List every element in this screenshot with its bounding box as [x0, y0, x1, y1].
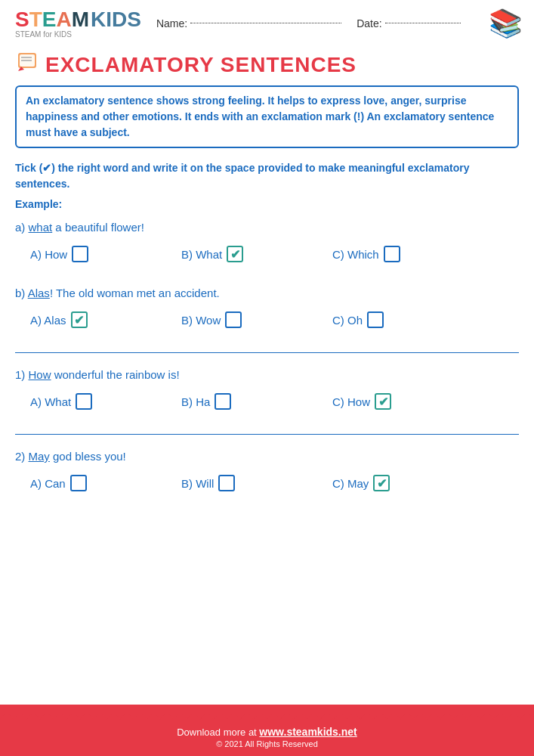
page-title: EXCLAMATORY SENTENCES: [45, 53, 357, 77]
pencil-icon: [15, 50, 39, 79]
name-field: Name:: [156, 17, 341, 29]
option-b-alas[interactable]: A) Alas ✔: [30, 311, 181, 328]
option-1-ha-label: B) Ha: [181, 395, 210, 408]
question-1-text: 1) How wonderful the rainbow is!: [15, 368, 519, 381]
question-b-sentence: ! The old woman met an accident.: [50, 287, 220, 299]
name-input-line: [190, 23, 341, 23]
question-2-sentence: god bless you!: [50, 450, 126, 463]
question-1-options: A) What B) Ha C) How ✔: [30, 393, 519, 410]
checkmark-icon: ✔: [378, 395, 388, 409]
option-1-ha-checkbox[interactable]: [215, 393, 231, 410]
option-1-what-checkbox[interactable]: [76, 393, 92, 410]
definition-text: An exclamatory sentence shows strong fee…: [26, 93, 508, 141]
option-b-oh[interactable]: C) Oh: [332, 311, 483, 328]
option-a-which[interactable]: C) Which: [332, 246, 483, 262]
logo-steam: STEAM: [15, 9, 89, 30]
question-a-answer: what: [29, 221, 53, 234]
question-a: a) what a beautiful flower! A) How B) Wh…: [0, 215, 534, 280]
option-2-can[interactable]: A) Can: [30, 475, 181, 491]
question-b: b) Alas! The old woman met an accident. …: [0, 280, 534, 346]
option-a-which-checkbox[interactable]: [384, 246, 400, 262]
option-2-will[interactable]: B) Will: [181, 475, 332, 491]
question-2-answer: May: [29, 450, 50, 463]
date-label: Date:: [357, 17, 381, 29]
title-section: EXCLAMATORY SENTENCES: [0, 46, 534, 85]
option-2-may-label: C) May: [332, 477, 369, 490]
footer: Download more at www.steamkids.net © 202…: [0, 705, 534, 756]
checkmark-icon: ✔: [377, 476, 387, 491]
logo: STEAM KIDS STEAM for KIDS: [15, 8, 141, 39]
question-1: 1) How wonderful the rainbow is! A) What…: [0, 362, 534, 428]
question-b-answer: Alas: [28, 287, 50, 299]
option-b-alas-label: A) Alas: [30, 314, 66, 327]
book-icon: 📚: [489, 8, 523, 39]
option-b-oh-label: C) Oh: [332, 314, 363, 327]
footer-website: www.steamkids.net: [259, 726, 357, 738]
option-a-what[interactable]: B) What ✔: [181, 246, 332, 262]
separator-2: [15, 434, 519, 435]
question-a-prefix: a): [15, 221, 29, 234]
option-b-wow[interactable]: B) Wow: [181, 311, 332, 328]
question-a-options: A) How B) What ✔ C) Which: [30, 246, 519, 262]
date-input-line: [385, 23, 461, 23]
instructions: Tick (✔) the right word and write it on …: [0, 156, 534, 197]
example-label: Example:: [0, 197, 534, 215]
option-1-how[interactable]: C) How ✔: [332, 393, 483, 410]
checkmark-icon: ✔: [74, 313, 84, 327]
option-1-what[interactable]: A) What: [30, 393, 181, 410]
question-1-sentence: wonderful the rainbow is!: [51, 368, 180, 381]
option-2-will-label: B) Will: [181, 477, 214, 490]
option-b-oh-checkbox[interactable]: [367, 311, 384, 328]
instructions-text: Tick (✔) the right word and write it on …: [15, 162, 469, 190]
option-1-ha[interactable]: B) Ha: [181, 393, 332, 410]
footer-download: Download more at www.steamkids.net: [8, 726, 526, 738]
option-2-may-checkbox[interactable]: ✔: [373, 475, 390, 491]
separator-1: [15, 352, 519, 353]
header: STEAM KIDS STEAM for KIDS Name: Date:: [0, 0, 534, 46]
footer-copyright: © 2021 All Rights Reserved: [8, 739, 526, 748]
question-a-sentence: a beautiful flower!: [52, 221, 144, 234]
name-date-fields: Name: Date:: [156, 17, 519, 29]
footer-download-text: Download more at: [177, 727, 259, 738]
question-a-text: a) what a beautiful flower!: [15, 221, 519, 234]
question-b-text: b) Alas! The old woman met an accident.: [15, 287, 519, 299]
checkmark-icon: ✔: [230, 247, 240, 262]
option-b-wow-checkbox[interactable]: [225, 311, 242, 328]
option-2-can-checkbox[interactable]: [70, 475, 87, 491]
option-a-what-checkbox[interactable]: ✔: [227, 246, 243, 262]
option-b-wow-label: B) Wow: [181, 314, 221, 327]
option-a-how-checkbox[interactable]: [72, 246, 88, 262]
question-1-answer: How: [29, 368, 51, 381]
question-b-prefix: b): [15, 287, 28, 299]
footer-text-area: Download more at www.steamkids.net © 202…: [0, 720, 534, 756]
question-2-options: A) Can B) Will C) May ✔: [30, 475, 519, 491]
question-1-prefix: 1): [15, 368, 29, 381]
option-a-which-label: C) Which: [332, 248, 379, 261]
logo-subtitle: STEAM for KIDS: [15, 30, 72, 39]
option-2-may[interactable]: C) May ✔: [332, 475, 483, 491]
option-2-will-checkbox[interactable]: [218, 475, 235, 491]
name-label: Name:: [156, 17, 187, 29]
date-field: Date:: [357, 17, 460, 29]
option-a-what-label: B) What: [181, 248, 222, 261]
question-2-prefix: 2): [15, 450, 29, 463]
option-1-what-label: A) What: [30, 395, 71, 408]
logo-kids: KIDS: [91, 8, 141, 32]
question-2: 2) May god bless you! A) Can B) Will C) …: [0, 444, 534, 510]
definition-box: An exclamatory sentence shows strong fee…: [15, 85, 519, 148]
option-a-how[interactable]: A) How: [30, 246, 181, 262]
question-2-text: 2) May god bless you!: [15, 450, 519, 463]
option-1-how-checkbox[interactable]: ✔: [375, 393, 391, 410]
option-b-alas-checkbox[interactable]: ✔: [71, 311, 88, 328]
question-b-options: A) Alas ✔ B) Wow C) Oh: [30, 311, 519, 328]
option-2-can-label: A) Can: [30, 477, 66, 490]
option-1-how-label: C) How: [332, 395, 370, 408]
option-a-how-label: A) How: [30, 248, 67, 261]
